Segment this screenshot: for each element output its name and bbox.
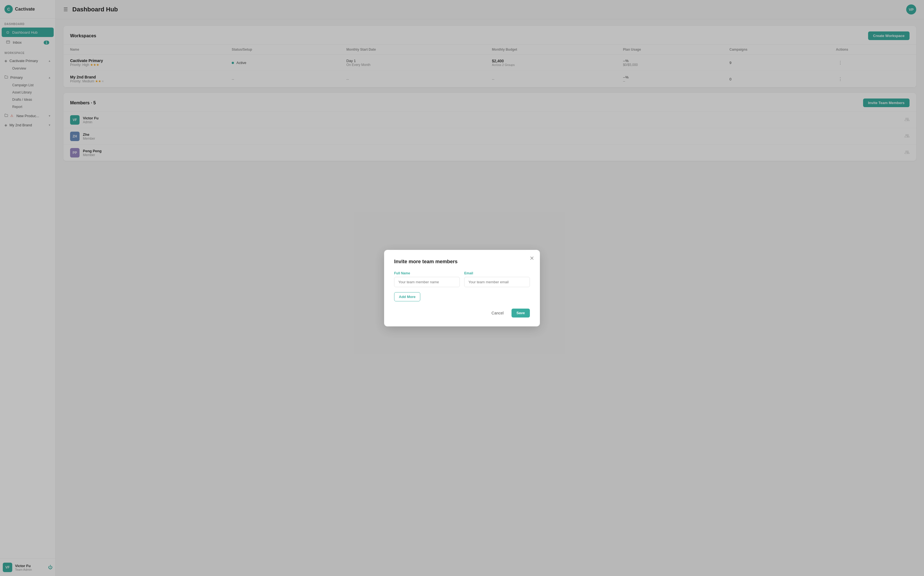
full-name-label: Full Name: [394, 271, 460, 275]
cancel-button[interactable]: Cancel: [487, 309, 508, 317]
modal-overlay[interactable]: Invite more team members ✕ Full Name Ema…: [0, 0, 924, 576]
full-name-group: Full Name: [394, 271, 460, 287]
modal-title: Invite more team members: [394, 259, 530, 265]
invite-modal: Invite more team members ✕ Full Name Ema…: [384, 250, 540, 326]
email-input[interactable]: [464, 277, 530, 287]
save-button[interactable]: Save: [512, 309, 530, 317]
modal-close-button[interactable]: ✕: [530, 255, 534, 262]
full-name-input[interactable]: [394, 277, 460, 287]
email-label: Email: [464, 271, 530, 275]
add-more-button[interactable]: Add More: [394, 292, 420, 301]
form-fields-row: Full Name Email: [394, 271, 530, 287]
email-group: Email: [464, 271, 530, 287]
modal-footer: Cancel Save: [394, 309, 530, 317]
